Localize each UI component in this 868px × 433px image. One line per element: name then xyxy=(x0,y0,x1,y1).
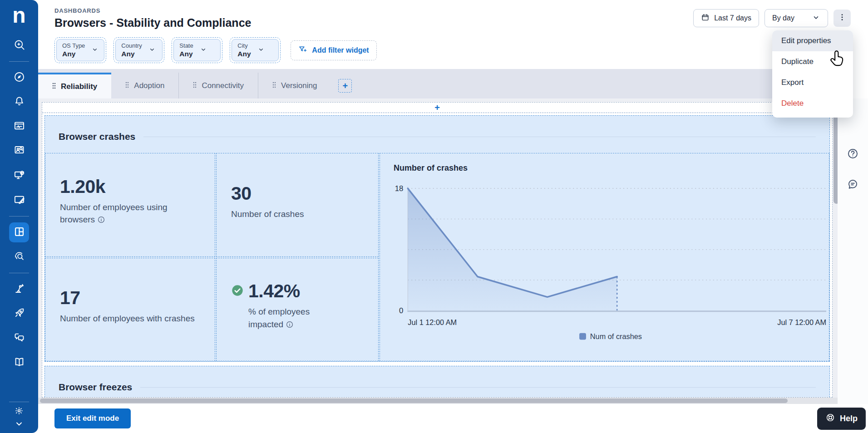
tab-label: Connectivity xyxy=(202,81,244,90)
dashboard-content: + Browser crashes 1.20k Number of employ… xyxy=(38,98,838,404)
menu-item-delete[interactable]: Delete xyxy=(772,93,853,114)
drag-handle-icon[interactable] xyxy=(193,81,197,90)
kpi-label: Number of employees with crashes xyxy=(60,312,198,325)
tab-reliability[interactable]: Reliability xyxy=(38,73,111,98)
exit-edit-mode-button[interactable]: Exit edit mode xyxy=(54,408,131,428)
filter-chip-texts: City Any xyxy=(237,42,251,58)
topbar-actions: Last 7 days By day xyxy=(693,9,851,27)
add-filter-widget-button[interactable]: Add filter widget xyxy=(291,40,376,60)
drag-handle-icon[interactable] xyxy=(272,81,276,90)
info-icon[interactable] xyxy=(97,215,105,227)
info-icon[interactable] xyxy=(286,320,294,332)
drag-handle-icon[interactable] xyxy=(125,81,129,90)
filter-chip-country[interactable]: Country Any xyxy=(115,39,163,61)
filter-chip-texts: State Any xyxy=(179,42,193,58)
filter-widget-state: State Any xyxy=(172,37,222,63)
sidebar-item-dashboards[interactable] xyxy=(9,222,29,242)
dashboards-grid-icon xyxy=(13,226,25,240)
filter-label: State xyxy=(179,42,193,49)
granularity-select[interactable]: By day xyxy=(764,9,828,27)
tab-versioning[interactable]: Versioning xyxy=(258,73,331,98)
filter-value: Any xyxy=(62,49,85,58)
tab-connectivity[interactable]: Connectivity xyxy=(178,73,258,98)
help-circle-icon[interactable] xyxy=(847,148,859,162)
section-title: Browser crashes xyxy=(59,131,135,142)
sidebar-item-adopt[interactable] xyxy=(9,304,29,324)
section-title-rule xyxy=(140,387,816,388)
time-range-label: Last 7 days xyxy=(714,14,751,22)
gear-icon[interactable] xyxy=(14,406,25,418)
sidebar-footer xyxy=(9,398,29,433)
dashboard-canvas: + Browser crashes 1.20k Number of employ… xyxy=(42,102,833,398)
main-area: DASHBOARDS Browsers - Stability and Comp… xyxy=(38,0,868,433)
section-browser-freezes: Browser freezes xyxy=(44,366,830,398)
right-gutter xyxy=(838,98,868,404)
svg-text:Jul 7 12:00 AM: Jul 7 12:00 AM xyxy=(777,318,826,326)
sidebar-item-search[interactable] xyxy=(9,35,29,55)
rocket-icon xyxy=(13,307,25,321)
filter-chip-os-type[interactable]: OS Type Any xyxy=(56,39,104,61)
kpi-label: Number of crashes xyxy=(231,208,362,221)
filter-row: OS Type Any Country Any xyxy=(54,37,868,63)
kpi-employees-with-crashes[interactable]: 17 Number of employees with crashes xyxy=(45,258,215,362)
sidebar-item-employee-view[interactable] xyxy=(9,141,29,161)
sidebar-item-device-view[interactable] xyxy=(9,117,29,137)
sidebar-item-applications[interactable] xyxy=(9,166,29,186)
add-tab-button[interactable]: + xyxy=(338,79,352,93)
sidebar-item-alerts[interactable] xyxy=(9,92,29,112)
kpi-value-row: 1.42% xyxy=(231,280,362,302)
sidebar-item-overview[interactable] xyxy=(9,68,29,88)
sidebar-item-library[interactable] xyxy=(9,353,29,373)
horizontal-scrollbar[interactable] xyxy=(38,398,838,404)
kpi-label: Number of employees using browsers xyxy=(60,201,198,227)
sidebar-divider xyxy=(9,61,29,62)
robot-arm-icon xyxy=(13,282,25,296)
compass-icon xyxy=(13,71,25,85)
check-circle-icon xyxy=(231,284,244,299)
vertical-scrollbar-thumb[interactable] xyxy=(833,115,838,204)
menu-item-export[interactable]: Export xyxy=(772,72,853,93)
svg-text:0: 0 xyxy=(399,306,403,315)
kpi-value: 30 xyxy=(231,183,362,204)
filter-label: OS Type xyxy=(62,42,85,49)
kpi-grid: 1.20k Number of employees using browsers… xyxy=(45,153,829,361)
app-window: n xyxy=(0,0,868,433)
sidebar-item-campaigns[interactable] xyxy=(9,190,29,210)
plus-icon: + xyxy=(434,103,440,113)
collapse-chevron-down-icon[interactable] xyxy=(14,418,25,431)
filter-chip-city[interactable]: City Any xyxy=(232,39,279,61)
kpi-number-of-crashes[interactable]: 30 Number of crashes xyxy=(216,153,379,257)
drag-handle-icon[interactable] xyxy=(52,82,56,91)
dashboard-tabbar: Reliability Adoption Connectivity Versio… xyxy=(38,69,868,98)
monitor-cube-icon xyxy=(13,169,25,183)
more-options-button[interactable] xyxy=(833,10,851,27)
add-section-strip[interactable]: + xyxy=(42,103,832,113)
filter-chip-state[interactable]: State Any xyxy=(173,39,221,61)
tab-label: Reliability xyxy=(61,82,97,91)
section-browser-crashes: Browser crashes 1.20k Number of employee… xyxy=(44,115,830,362)
horizontal-scrollbar-thumb[interactable] xyxy=(40,399,788,403)
feedback-chat-icon[interactable] xyxy=(847,178,859,192)
monitor-pulse-icon xyxy=(13,120,25,134)
section-head: Browser crashes xyxy=(45,116,829,142)
search-sparkle-icon xyxy=(13,39,25,53)
employee-screen-icon xyxy=(13,144,25,158)
topbar: DASHBOARDS Browsers - Stability and Comp… xyxy=(38,0,868,69)
widget-number-of-crashes-chart[interactable]: Number of crashes 180Jul 1 12:00 AMJul 7… xyxy=(380,153,829,361)
kpi-label-text: Number of employees using browsers xyxy=(60,202,168,225)
kpi-label: % of employees impacted xyxy=(248,305,337,332)
sidebar-item-remote-actions[interactable] xyxy=(9,279,29,299)
filter-chip-texts: OS Type Any xyxy=(62,42,85,58)
kpi-employees-using-browsers[interactable]: 1.20k Number of employees using browsers xyxy=(45,153,215,257)
menu-item-edit-properties[interactable]: Edit properties xyxy=(772,30,853,51)
chevron-down-icon xyxy=(812,13,820,24)
kpi-percent-employees-impacted[interactable]: 1.42% % of employees impacted xyxy=(216,258,379,362)
granularity-label: By day xyxy=(772,14,794,22)
filter-value: Any xyxy=(121,49,142,58)
time-range-button[interactable]: Last 7 days xyxy=(693,9,759,27)
menu-item-duplicate[interactable]: Duplicate xyxy=(772,51,853,72)
sidebar-item-investigations[interactable] xyxy=(9,247,29,267)
sidebar-item-engage[interactable] xyxy=(9,328,29,348)
help-button[interactable]: Help xyxy=(817,408,866,430)
tab-adoption[interactable]: Adoption xyxy=(111,73,178,98)
